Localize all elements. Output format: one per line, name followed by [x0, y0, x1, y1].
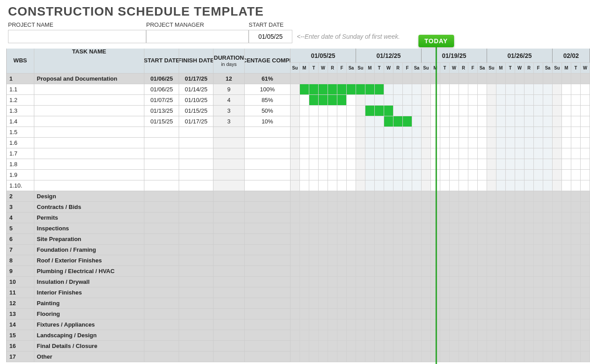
day-cell[interactable] [337, 255, 347, 266]
day-cell[interactable] [515, 138, 524, 148]
day-cell[interactable] [553, 341, 562, 352]
day-cell[interactable] [300, 202, 309, 213]
cell-finish[interactable] [179, 234, 213, 245]
day-cell[interactable] [393, 245, 403, 255]
day-cell[interactable]: W [581, 63, 590, 74]
day-cell[interactable] [291, 341, 300, 352]
day-cell[interactable] [337, 341, 347, 352]
day-cell[interactable] [478, 116, 487, 127]
day-cell[interactable] [440, 116, 450, 127]
day-cell[interactable] [440, 341, 450, 352]
day-cell[interactable] [393, 202, 403, 213]
day-cell[interactable] [496, 266, 506, 277]
day-cell[interactable] [478, 213, 487, 223]
cell-task[interactable] [34, 180, 145, 191]
day-cell[interactable] [543, 159, 553, 170]
day-cell[interactable]: M [496, 63, 506, 74]
day-cell[interactable] [468, 234, 478, 245]
day-cell[interactable] [543, 287, 553, 298]
day-cell[interactable] [403, 245, 412, 255]
day-cell[interactable] [375, 202, 384, 213]
cell-duration[interactable] [213, 234, 245, 245]
day-cell[interactable] [412, 352, 422, 362]
day-cell[interactable] [384, 309, 393, 319]
cell-wbs[interactable]: 1.7 [7, 148, 34, 159]
day-cell[interactable] [553, 127, 562, 138]
cell-start[interactable] [144, 255, 179, 266]
day-cell[interactable] [403, 330, 412, 341]
day-cell[interactable] [581, 170, 590, 180]
cell-duration[interactable] [213, 213, 245, 223]
day-cell[interactable] [524, 138, 534, 148]
day-cell[interactable] [375, 234, 384, 245]
day-cell[interactable] [412, 116, 422, 127]
day-cell[interactable] [291, 352, 300, 362]
day-cell[interactable] [393, 352, 403, 362]
day-cell[interactable] [422, 213, 431, 223]
day-cell[interactable] [506, 287, 515, 298]
day-cell[interactable] [347, 319, 356, 330]
day-cell[interactable] [337, 84, 347, 95]
cell-finish[interactable] [179, 180, 213, 191]
cell-task[interactable]: Proposal and Documentation [34, 74, 145, 84]
day-cell[interactable] [440, 106, 450, 116]
day-cell[interactable] [347, 287, 356, 298]
cell-percent[interactable]: 100% [245, 84, 291, 95]
day-cell[interactable] [468, 180, 478, 191]
day-cell[interactable] [347, 352, 356, 362]
day-cell[interactable] [506, 74, 515, 84]
day-cell[interactable] [506, 106, 515, 116]
day-cell[interactable] [393, 330, 403, 341]
day-cell[interactable] [328, 180, 337, 191]
day-cell[interactable] [403, 277, 412, 287]
cell-task[interactable]: Inspections [34, 223, 145, 234]
day-cell[interactable]: T [440, 63, 450, 74]
day-cell[interactable] [412, 341, 422, 352]
day-cell[interactable] [291, 180, 300, 191]
day-cell[interactable] [319, 309, 328, 319]
day-cell[interactable] [571, 180, 581, 191]
cell-wbs[interactable]: 1.4 [7, 116, 34, 127]
day-cell[interactable] [487, 84, 496, 95]
day-cell[interactable] [319, 116, 328, 127]
cell-task[interactable] [34, 159, 145, 170]
day-cell[interactable] [496, 106, 506, 116]
day-cell[interactable] [328, 287, 337, 298]
day-cell[interactable] [496, 127, 506, 138]
day-cell[interactable] [459, 287, 468, 298]
day-cell[interactable] [393, 74, 403, 84]
day-cell[interactable] [571, 127, 581, 138]
day-cell[interactable] [347, 106, 356, 116]
day-cell[interactable] [468, 309, 478, 319]
day-cell[interactable] [375, 170, 384, 180]
day-cell[interactable] [459, 170, 468, 180]
day-cell[interactable] [347, 341, 356, 352]
day-cell[interactable] [450, 245, 459, 255]
day-cell[interactable] [571, 330, 581, 341]
day-cell[interactable] [309, 202, 319, 213]
cell-task[interactable] [34, 170, 145, 180]
cell-wbs[interactable]: 1.5 [7, 127, 34, 138]
day-cell[interactable] [365, 319, 375, 330]
day-cell[interactable] [524, 95, 534, 106]
day-cell[interactable] [487, 309, 496, 319]
day-cell[interactable] [440, 191, 450, 202]
day-cell[interactable] [496, 148, 506, 159]
day-cell[interactable] [581, 287, 590, 298]
day-cell[interactable] [291, 148, 300, 159]
day-cell[interactable] [562, 352, 571, 362]
day-cell[interactable] [422, 170, 431, 180]
cell-duration[interactable] [213, 159, 245, 170]
day-cell[interactable] [581, 223, 590, 234]
day-cell[interactable] [309, 234, 319, 245]
day-cell[interactable] [515, 277, 524, 287]
day-cell[interactable] [319, 234, 328, 245]
day-cell[interactable] [581, 277, 590, 287]
day-cell[interactable] [319, 138, 328, 148]
day-cell[interactable] [496, 234, 506, 245]
cell-duration[interactable] [213, 170, 245, 180]
day-cell[interactable] [581, 74, 590, 84]
day-cell[interactable] [562, 245, 571, 255]
day-cell[interactable] [496, 341, 506, 352]
day-cell[interactable] [384, 84, 393, 95]
